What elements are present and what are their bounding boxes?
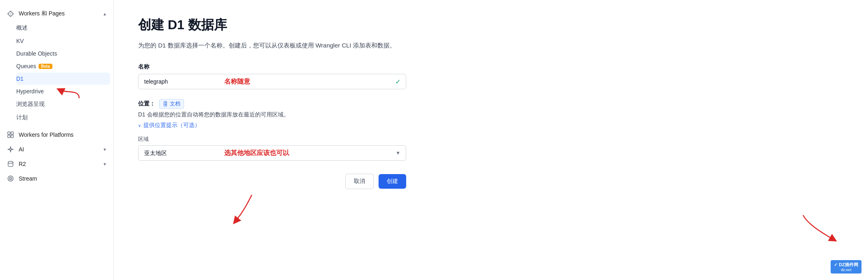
sidebar-item-label: Durable Objects — [16, 50, 57, 57]
beta-badge: Beta — [39, 64, 52, 69]
sidebar-item-label: D1 — [16, 75, 24, 82]
chevron-up-icon: ▲ — [103, 12, 107, 16]
watermark-line1: ✓ DZ插件网 — [834, 262, 858, 268]
name-annotation: 名称随意 — [224, 78, 250, 86]
sidebar-item-kv[interactable]: KV — [16, 35, 110, 47]
action-row: 取消 创建 — [138, 174, 406, 189]
location-row: 位置： 🗄 文档 — [138, 99, 406, 109]
sidebar-item-label: Workers for Platforms — [19, 131, 74, 138]
location-label: 位置： — [138, 100, 155, 108]
sidebar-item-r2[interactable]: R2 ▼ — [0, 157, 113, 171]
chevron-down-icon: ▼ — [103, 162, 107, 166]
page-description: 为您的 D1 数据库选择一个名称。创建后，您可以从仪表板或使用 Wrangler… — [138, 41, 398, 50]
svg-point-4 — [8, 162, 13, 164]
main-content: 创建 D1 数据库 为您的 D1 数据库选择一个名称。创建后，您可以从仪表板或使… — [114, 0, 868, 280]
sidebar-item-label: Stream — [19, 175, 37, 182]
sidebar-item-hyperdrive[interactable]: Hyperdrive — [16, 85, 110, 97]
sidebar-item-label: Hyperdrive — [16, 88, 44, 95]
sidebar-item-overview[interactable]: 概述 — [16, 22, 110, 34]
sidebar-item-workers-for-platforms[interactable]: Workers for Platforms — [0, 127, 113, 142]
location-badge: 🗄 文档 — [159, 99, 184, 109]
location-hint[interactable]: ∨ 提供位置提示（可选） — [138, 122, 406, 129]
sidebar-item-queues[interactable]: Queues Beta — [16, 60, 110, 72]
sidebar-item-label: 概述 — [16, 24, 28, 32]
svg-rect-1 — [11, 132, 13, 134]
cancel-button[interactable]: 取消 — [345, 174, 374, 189]
sidebar-item-label: KV — [16, 38, 24, 44]
location-description: D1 会根据您的位置自动将您的数据库放在最近的可用区域。 — [138, 111, 406, 118]
name-input[interactable] — [138, 74, 406, 89]
chevron-down-icon: ∨ — [138, 123, 141, 128]
sidebar-group-workers-pages[interactable]: Workers 和 Pages ▲ — [0, 6, 113, 21]
diamond-icon — [6, 10, 15, 18]
sparkles-icon — [6, 145, 15, 153]
grid-icon — [6, 131, 15, 139]
sidebar-item-plans[interactable]: 计划 — [16, 111, 110, 124]
sidebar-group-label: Workers 和 Pages — [19, 10, 65, 17]
name-label: 名称 — [138, 63, 406, 71]
bucket-icon — [6, 160, 15, 168]
sidebar-items-workers-pages: 概述 KV Durable Objects Queues Beta D1 Hyp… — [0, 22, 113, 124]
name-input-wrapper: ✓ 名称随意 — [138, 74, 406, 89]
region-label: 区域 — [138, 136, 406, 143]
region-annotation: 选其他地区应该也可以 — [224, 149, 289, 157]
sidebar-item-label: 浏览器呈现 — [16, 101, 45, 108]
create-button[interactable]: 创建 — [379, 174, 406, 189]
location-badge-text: 文档 — [170, 100, 180, 108]
page-title: 创建 D1 数据库 — [138, 16, 844, 34]
sidebar-item-durable-objects[interactable]: Durable Objects — [16, 47, 110, 60]
sidebar: Workers 和 Pages ▲ 概述 KV Durable Objects … — [0, 0, 114, 280]
dz-watermark: ✓ DZ插件网 dz.net — [831, 260, 862, 274]
check-icon: ✓ — [395, 78, 400, 86]
watermark-line2: dz.net — [841, 268, 851, 272]
chevron-down-icon: ▼ — [103, 147, 107, 152]
svg-rect-3 — [11, 135, 13, 138]
sidebar-item-d1[interactable]: D1 — [16, 73, 110, 85]
sidebar-section-workers-pages: Workers 和 Pages ▲ 概述 KV Durable Objects … — [0, 6, 113, 124]
sidebar-item-label: R2 — [19, 161, 26, 167]
sidebar-item-label: AI — [19, 146, 24, 153]
svg-point-7 — [10, 178, 11, 179]
svg-rect-2 — [8, 135, 10, 138]
region-select-wrapper: 亚太地区 欧洲 北美洲 ▼ 选其他地区应该也可以 — [138, 145, 406, 161]
location-hint-text: 提供位置提示（可选） — [143, 122, 200, 129]
sidebar-item-ai[interactable]: AI ▼ — [0, 142, 113, 157]
stream-icon — [6, 174, 15, 183]
sidebar-item-label: 计划 — [16, 114, 28, 121]
sidebar-item-browser-rendering[interactable]: 浏览器呈现 — [16, 98, 110, 111]
sidebar-item-stream[interactable]: Stream — [0, 171, 113, 186]
create-db-form: 名称 ✓ 名称随意 位置： 🗄 文档 D1 会根据您的位置自动将您的数据库放在最… — [138, 63, 406, 189]
sidebar-item-label: Queues — [16, 63, 36, 69]
document-icon: 🗄 — [163, 101, 168, 107]
svg-rect-0 — [8, 132, 10, 134]
